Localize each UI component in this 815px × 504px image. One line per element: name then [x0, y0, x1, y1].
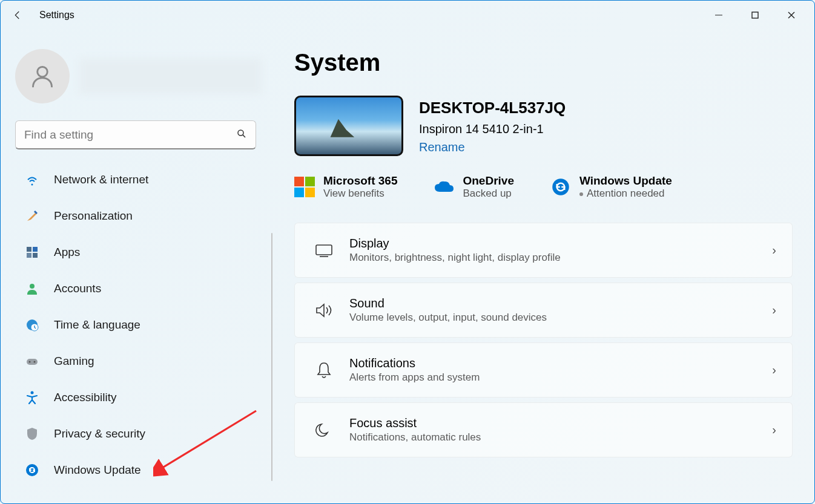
svg-point-18: [26, 464, 38, 476]
card-title: Sound: [349, 296, 772, 310]
device-name: DESKTOP-4L537JQ: [419, 96, 566, 120]
status-sub: View benefits: [323, 188, 397, 200]
bell-icon: [311, 361, 337, 379]
update-icon: [24, 462, 41, 479]
card-notifications[interactable]: Notifications Alerts from apps and syste…: [294, 342, 793, 398]
status-sub: Backed up: [463, 188, 513, 200]
chevron-right-icon: ›: [772, 303, 776, 317]
card-sub: Notifications, automatic rules: [349, 431, 772, 443]
nav-apps[interactable]: Apps: [15, 238, 262, 267]
moon-icon: [311, 422, 337, 439]
nav-label: Privacy & security: [54, 427, 145, 440]
sound-icon: [311, 302, 337, 319]
status-row: Microsoft 365 View benefits OneDrive Bac…: [294, 174, 793, 200]
nav-label: Time & language: [54, 318, 140, 332]
svg-point-5: [238, 130, 243, 136]
card-display[interactable]: Display Monitors, brightness, night ligh…: [294, 223, 793, 278]
device-model: Inspiron 14 5410 2-in-1: [419, 120, 566, 138]
globe-clock-icon: [24, 316, 41, 333]
status-sub: Attention needed: [579, 188, 672, 200]
nav-gaming[interactable]: Gaming: [15, 347, 262, 376]
brush-icon: [24, 208, 41, 224]
display-icon: [311, 243, 337, 258]
back-button[interactable]: [5, 3, 30, 27]
svg-line-6: [243, 134, 245, 137]
device-summary: DESKTOP-4L537JQ Inspiron 14 5410 2-in-1 …: [294, 96, 793, 156]
nav-label: Accounts: [54, 282, 101, 295]
nav-label: Apps: [54, 246, 80, 259]
apps-icon: [24, 244, 41, 261]
svg-point-17: [31, 391, 34, 394]
status-title: Microsoft 365: [323, 174, 397, 188]
accessibility-icon: [24, 389, 41, 406]
chevron-right-icon: ›: [772, 423, 776, 437]
svg-rect-7: [27, 247, 31, 252]
svg-rect-14: [27, 359, 38, 365]
person-icon: [24, 280, 41, 297]
search-box[interactable]: [15, 120, 256, 149]
titlebar: Settings: [1, 1, 814, 30]
maximize-button[interactable]: [737, 3, 773, 27]
card-sub: Volume levels, output, input, sound devi…: [349, 312, 772, 324]
status-m365[interactable]: Microsoft 365 View benefits: [294, 174, 397, 200]
nav-label: Windows Update: [54, 463, 141, 477]
sidebar-scrollbar[interactable]: [271, 233, 272, 481]
rename-link[interactable]: Rename: [419, 138, 566, 156]
status-windows-update[interactable]: Windows Update Attention needed: [550, 174, 672, 200]
card-title: Focus assist: [349, 416, 772, 430]
nav-accessibility[interactable]: Accessibility: [15, 383, 262, 412]
card-sound[interactable]: Sound Volume levels, output, input, soun…: [294, 283, 793, 338]
avatar: [15, 49, 70, 103]
nav-time-language[interactable]: Time & language: [15, 310, 262, 339]
status-title: OneDrive: [463, 174, 513, 188]
chevron-right-icon: ›: [772, 363, 776, 377]
svg-point-4: [38, 67, 48, 77]
nav-label: Accessibility: [54, 391, 116, 404]
svg-rect-20: [316, 245, 332, 255]
page-title: System: [294, 49, 793, 76]
microsoft-logo-icon: [294, 177, 315, 197]
sidebar: Network & internet Personalization Apps …: [1, 30, 276, 503]
card-title: Display: [349, 237, 772, 250]
svg-point-16: [34, 361, 36, 363]
profile[interactable]: [15, 49, 262, 103]
svg-rect-1: [752, 12, 758, 18]
device-thumbnail[interactable]: [294, 96, 403, 156]
status-title: Windows Update: [579, 174, 672, 188]
svg-point-11: [30, 284, 35, 289]
nav-windows-update[interactable]: Windows Update: [15, 456, 262, 485]
svg-rect-9: [27, 253, 31, 258]
chevron-right-icon: ›: [772, 243, 776, 257]
card-sub: Monitors, brightness, night light, displ…: [349, 252, 772, 264]
svg-point-15: [29, 361, 31, 363]
close-button[interactable]: [773, 3, 810, 27]
card-sub: Alerts from apps and system: [349, 371, 772, 384]
nav-network[interactable]: Network & internet: [15, 165, 262, 194]
nav-label: Network & internet: [54, 173, 148, 186]
nav-personalization[interactable]: Personalization: [15, 201, 262, 231]
window-controls: [701, 3, 810, 27]
app-title: Settings: [39, 10, 74, 21]
cloud-icon: [434, 177, 454, 197]
update-icon: [550, 177, 571, 197]
svg-point-19: [552, 178, 569, 195]
nav-privacy[interactable]: Privacy & security: [15, 419, 262, 448]
svg-rect-8: [33, 247, 38, 252]
nav-accounts[interactable]: Accounts: [15, 274, 262, 303]
shield-icon: [24, 425, 41, 442]
nav-label: Personalization: [54, 209, 133, 223]
main-panel: System DESKTOP-4L537JQ Inspiron 14 5410 …: [276, 30, 814, 503]
nav: Network & internet Personalization Apps …: [15, 165, 262, 485]
card-focus-assist[interactable]: Focus assist Notifications, automatic ru…: [294, 402, 793, 457]
gamepad-icon: [24, 353, 41, 370]
card-title: Notifications: [349, 356, 772, 370]
profile-name-redacted: [79, 59, 262, 94]
wifi-icon: [24, 171, 41, 188]
status-onedrive[interactable]: OneDrive Backed up: [434, 174, 513, 200]
search-input[interactable]: [24, 128, 236, 142]
svg-rect-10: [33, 253, 38, 258]
minimize-button[interactable]: [701, 3, 737, 27]
search-icon: [236, 128, 247, 142]
nav-label: Gaming: [54, 355, 94, 368]
